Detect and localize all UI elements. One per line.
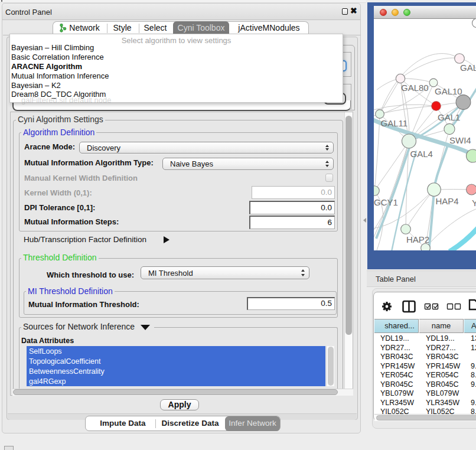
svg-text:SWI4: SWI4 bbox=[449, 135, 471, 145]
svg-text:Y: Y bbox=[472, 198, 476, 208]
svg-text:GAL80: GAL80 bbox=[401, 83, 429, 93]
svg-text:GAL7: GAL7 bbox=[460, 63, 476, 73]
svg-text:GAL1: GAL1 bbox=[438, 112, 460, 122]
svg-text:GAL4: GAL4 bbox=[410, 149, 433, 159]
svg-text:GAL11: GAL11 bbox=[381, 118, 408, 128]
svg-text:HAP2: HAP2 bbox=[406, 234, 429, 244]
svg-text:HAP4: HAP4 bbox=[436, 196, 459, 206]
svg-text:GAL10: GAL10 bbox=[435, 86, 462, 96]
svg-text:GCY1: GCY1 bbox=[374, 197, 398, 207]
